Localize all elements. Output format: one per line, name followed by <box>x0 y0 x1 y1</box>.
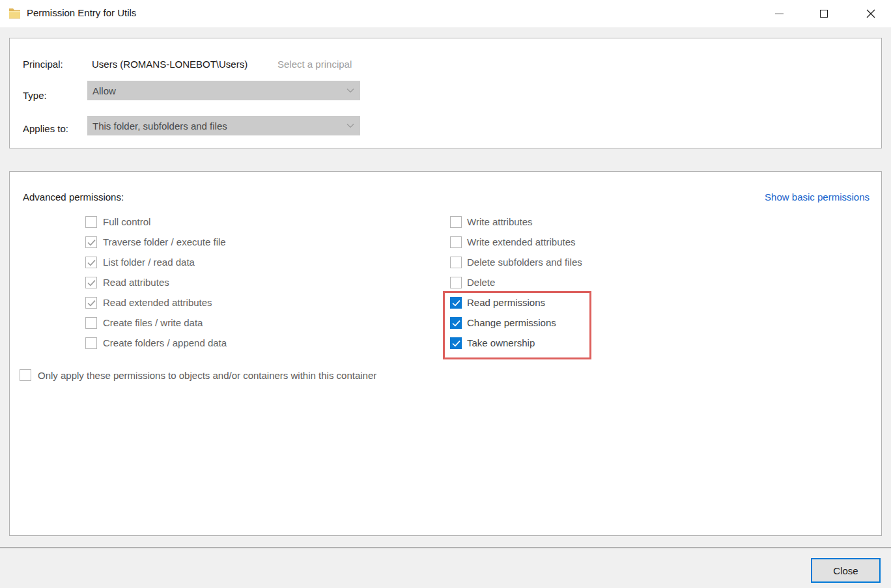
checkbox-label: Take ownership <box>467 337 535 348</box>
minimize-icon <box>775 13 784 14</box>
checkbox-read-extended-attributes[interactable] <box>85 297 97 309</box>
applies-to-dropdown-value: This folder, subfolders and files <box>92 120 227 132</box>
advanced-permissions-header: Advanced permissions: <box>23 191 124 203</box>
checkbox-take-ownership[interactable] <box>450 337 462 349</box>
type-label: Type: <box>23 90 47 101</box>
checkbox-delete-subfolders[interactable] <box>450 257 462 268</box>
checkbox-label: Create files / write data <box>103 317 203 328</box>
folder-icon <box>8 7 21 20</box>
check-icon <box>452 300 460 307</box>
principal-label: Principal: <box>23 59 63 70</box>
window-title: Permission Entry for Utils <box>27 7 136 18</box>
checkbox-label: List folder / read data <box>103 257 195 268</box>
maximize-button[interactable] <box>813 3 835 25</box>
checkbox-label: Read attributes <box>103 277 169 288</box>
checkbox-read-permissions[interactable] <box>450 297 462 309</box>
checkbox-traverse-folder[interactable] <box>85 236 97 248</box>
close-window-button[interactable] <box>860 3 882 25</box>
checkbox-label: Create folders / append data <box>103 337 227 348</box>
checkbox-only-apply[interactable] <box>20 369 31 381</box>
checkbox-label: Read extended attributes <box>103 297 212 308</box>
checkbox-label: Full control <box>103 216 150 227</box>
advanced-permissions-section: Advanced permissions: Show basic permiss… <box>9 171 882 536</box>
checkbox-read-attributes[interactable] <box>85 277 97 288</box>
checkbox-label: Write attributes <box>467 216 533 227</box>
check-icon <box>452 320 460 327</box>
type-dropdown[interactable]: Allow <box>87 81 360 100</box>
maximize-icon <box>820 10 828 18</box>
type-dropdown-value: Allow <box>92 85 116 96</box>
check-icon <box>87 279 96 287</box>
check-icon <box>452 340 460 347</box>
checkbox-change-permissions[interactable] <box>450 317 462 329</box>
applies-to-dropdown[interactable]: This folder, subfolders and files <box>87 116 360 135</box>
checkbox-label: Traverse folder / execute file <box>103 236 226 247</box>
title-bar: Permission Entry for Utils <box>0 0 891 27</box>
checkbox-delete[interactable] <box>450 277 462 288</box>
checkbox-label: Change permissions <box>467 317 556 328</box>
show-basic-permissions-link[interactable]: Show basic permissions <box>765 191 870 203</box>
checkbox-write-attributes[interactable] <box>450 216 462 228</box>
close-icon <box>866 9 875 18</box>
only-apply-label: Only apply these permissions to objects … <box>38 370 376 381</box>
footer-divider <box>0 547 891 548</box>
checkbox-label: Read permissions <box>467 297 545 308</box>
close-button[interactable]: Close <box>811 558 881 583</box>
checkbox-create-files[interactable] <box>85 317 97 329</box>
permission-entry-dialog: { "window": { "title": "Permission Entry… <box>0 0 891 588</box>
select-principal-link[interactable]: Select a principal <box>277 59 352 70</box>
minimize-button[interactable] <box>768 3 790 25</box>
check-icon <box>87 300 96 307</box>
checkbox-list-folder[interactable] <box>85 257 97 268</box>
checkbox-label: Delete <box>467 277 495 288</box>
principal-value: Users (ROMANS-LONEBOT\Users) <box>92 59 248 70</box>
checkbox-label: Write extended attributes <box>467 236 575 247</box>
checkbox-full-control[interactable] <box>85 216 97 228</box>
applies-to-label: Applies to: <box>23 123 68 134</box>
principal-section: Principal: Users (ROMANS-LONEBOT\Users) … <box>9 38 882 148</box>
check-icon <box>87 259 96 266</box>
checkbox-label: Delete subfolders and files <box>467 257 582 268</box>
checkbox-create-folders[interactable] <box>85 337 97 349</box>
check-icon <box>87 239 96 246</box>
checkbox-write-extended-attributes[interactable] <box>450 236 462 248</box>
chevron-down-icon <box>346 87 354 94</box>
chevron-down-icon <box>346 122 354 130</box>
